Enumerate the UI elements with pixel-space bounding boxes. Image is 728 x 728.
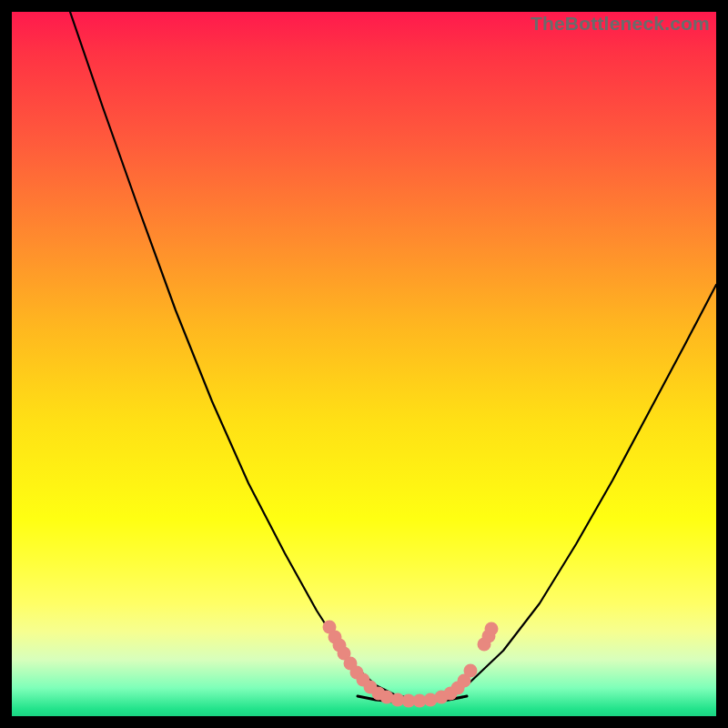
curve-left-curve xyxy=(70,12,412,699)
data-node xyxy=(485,622,499,636)
curve-right-curve xyxy=(430,285,716,699)
watermark-text: TheBottleneck.com xyxy=(531,13,710,35)
chart-frame xyxy=(12,12,716,716)
bottleneck-curve xyxy=(12,12,716,716)
data-node xyxy=(464,664,478,678)
